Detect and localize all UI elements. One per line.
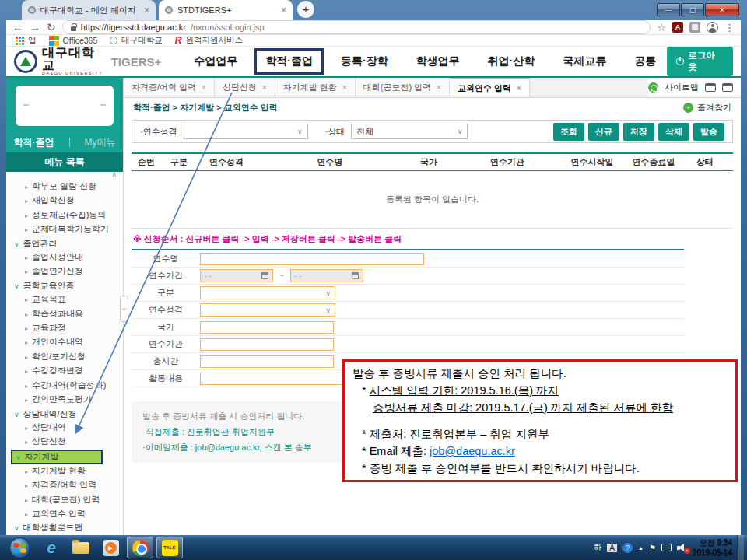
daegu-univ-bookmark[interactable]: 대구대학교 — [110, 35, 163, 46]
training-type-select[interactable]: ∨ — [184, 124, 308, 139]
start-date-input[interactable]: - - — [200, 269, 273, 282]
back-icon[interactable]: ← — [12, 22, 23, 33]
sidebar-item[interactable]: 정보제공(수집)동의 — [11, 208, 120, 222]
sidebar-tab-mymenu[interactable]: My메뉴 — [85, 136, 116, 149]
send-button[interactable]: 발송 — [693, 123, 724, 141]
delete-button[interactable]: 삭제 — [658, 123, 689, 141]
university-logo[interactable]: 대구대학교 DAEGU UNIVERSITY — [42, 47, 108, 76]
media-player-icon[interactable]: ▶ — [97, 537, 124, 558]
network-icon[interactable] — [661, 544, 672, 551]
nav-item-classes[interactable]: 수업업무 — [183, 48, 248, 75]
training-type-form-select[interactable]: ∨ — [200, 303, 335, 317]
nav-item-registration[interactable]: 등록·장학 — [330, 48, 399, 75]
calendar-icon[interactable] — [352, 272, 359, 279]
country-input[interactable] — [200, 321, 334, 334]
tab-close-icon[interactable]: × — [262, 83, 267, 92]
scroll-up-icon[interactable]: ∧ — [111, 170, 117, 178]
sidebar-item[interactable]: 자격증/어학 입력 — [11, 478, 120, 492]
close-button[interactable]: ✕ — [705, 3, 739, 16]
sidebar-item[interactable]: 재입학신청 — [11, 194, 120, 208]
tray-expand-icon[interactable]: ▲ — [638, 545, 644, 551]
nav-item-international[interactable]: 국제교류 — [552, 48, 617, 75]
tab-close-icon[interactable]: × — [517, 84, 521, 93]
category-select[interactable]: ∨ — [200, 286, 335, 299]
browser-tab-2[interactable]: STDTIGERS+ × — [159, 0, 293, 20]
tab-close-icon[interactable]: × — [202, 83, 206, 92]
close-all-windows-icon[interactable] — [722, 83, 733, 92]
sidebar-item[interactable]: 상담내역 — [11, 421, 120, 435]
sidebar-item-off-campus-training[interactable]: 교외연수 입력 — [11, 507, 120, 521]
new-tab-button[interactable]: + — [297, 1, 314, 18]
sidebar-item[interactable]: 수강강좌변경 — [11, 364, 120, 378]
sidebar-item[interactable]: 교육과정 — [11, 321, 120, 335]
nav-item-employment[interactable]: 취업·산학 — [477, 48, 546, 75]
chrome-icon[interactable] — [127, 537, 153, 558]
internet-explorer-icon[interactable]: e — [38, 537, 65, 558]
ime-english-icon[interactable]: A — [607, 544, 617, 552]
workspace-tab[interactable]: 상담신청 × — [215, 78, 275, 97]
total-hours-input[interactable] — [200, 355, 334, 368]
workspace-tab[interactable]: 자격증/어학 입력 × — [124, 78, 215, 97]
sidebar-group[interactable]: 졸업관리 — [11, 237, 120, 250]
calendar-icon[interactable] — [261, 272, 268, 279]
institution-input[interactable] — [200, 338, 334, 351]
sidebar-item[interactable]: 학부모 열람 신청 — [11, 180, 120, 194]
sidebar-item[interactable]: 대회(공모전) 입력 — [11, 493, 120, 507]
forward-icon[interactable]: → — [30, 22, 40, 33]
tab-close-icon[interactable]: × — [144, 5, 149, 16]
show-desktop-button[interactable] — [737, 535, 744, 560]
end-date-input[interactable]: - - — [290, 269, 363, 282]
action-center-flag-icon[interactable]: ⚑ — [649, 544, 656, 552]
nav-item-student-affairs[interactable]: 학생업무 — [405, 48, 471, 75]
sitemap-link[interactable]: 사이트맵 — [665, 82, 699, 93]
sidebar-item[interactable]: 수강내역(학습성과) — [11, 379, 120, 393]
remote-support-bookmark[interactable]: R 원격지원서비스 — [175, 35, 243, 46]
address-bar[interactable]: https://tigersstd.daegu.ac.kr /nxrun/sso… — [62, 20, 651, 34]
office365-bookmark[interactable]: Office365 — [49, 36, 98, 46]
tab-close-icon[interactable]: × — [342, 83, 347, 92]
workspace-tab[interactable]: 대회(공모전) 입력 × — [356, 78, 450, 97]
sidebar-item[interactable]: 졸업연기신청 — [11, 264, 120, 278]
sidebar-item[interactable]: 군제대복학가능학기 — [11, 222, 120, 236]
bookmark-star-icon[interactable]: ☆ — [657, 22, 666, 33]
sidebar-item[interactable]: 강의만족도평가 — [11, 393, 120, 407]
logout-button[interactable]: 로그아웃 — [667, 47, 733, 76]
maximize-button[interactable]: ▢ — [681, 3, 704, 16]
pdf-extension-icon[interactable]: A — [672, 22, 683, 33]
email-link[interactable]: job@daegu.ac.kr — [430, 445, 515, 457]
sidebar-item[interactable]: 상담신청 — [11, 435, 120, 449]
save-button[interactable]: 저장 — [623, 123, 654, 141]
sidebar-item[interactable]: 확인/포기신청 — [11, 350, 120, 364]
apps-bookmark[interactable]: 앱 — [16, 35, 37, 46]
profile-avatar-icon[interactable] — [707, 22, 718, 33]
add-favorite[interactable]: + 즐겨찾기 — [683, 102, 731, 114]
ime-korean-icon[interactable]: 하 — [594, 542, 601, 553]
menu-kebab-icon[interactable]: ⋮ — [724, 22, 735, 33]
sidebar-item[interactable]: 학습성과내용 — [11, 307, 120, 321]
tab-close-icon[interactable]: × — [281, 5, 286, 16]
workspace-tab-active[interactable]: 교외연수 입력 × — [450, 78, 530, 97]
kakaotalk-icon[interactable]: TALK — [156, 537, 183, 558]
extension-icon[interactable] — [689, 22, 700, 33]
training-name-input[interactable] — [200, 253, 424, 265]
file-explorer-icon[interactable] — [68, 537, 94, 558]
sidebar-collapse-handle[interactable]: < — [120, 296, 128, 322]
nav-item-common[interactable]: 공통 — [623, 48, 667, 75]
reload-icon[interactable]: ↻ — [47, 22, 56, 33]
minimize-button[interactable]: — — [657, 3, 680, 16]
sidebar-item[interactable]: 교육목표 — [11, 292, 120, 306]
volume-muted-icon[interactable]: × — [677, 544, 688, 552]
status-select[interactable]: 전체∨ — [351, 124, 468, 139]
new-button[interactable]: 신규 — [588, 123, 619, 141]
workspace-tab[interactable]: 자기계발 현황 × — [275, 78, 356, 97]
popout-window-icon[interactable] — [705, 83, 716, 92]
sidebar-item[interactable]: 자기계발 현황 — [11, 464, 120, 478]
sidebar-tab-records[interactable]: 학적·졸업 — [14, 136, 54, 149]
tab-close-icon[interactable]: × — [437, 83, 441, 92]
sidebar-group[interactable]: 공학교육인증 — [11, 279, 120, 292]
sidebar-item[interactable]: 졸업사정안내 — [11, 250, 120, 264]
start-button[interactable] — [9, 537, 30, 558]
help-tray-icon[interactable]: ? — [622, 543, 633, 553]
sidebar-group[interactable]: 대학생활로드맵 — [11, 521, 120, 534]
sidebar-item[interactable]: 개인이수내역 — [11, 335, 120, 349]
